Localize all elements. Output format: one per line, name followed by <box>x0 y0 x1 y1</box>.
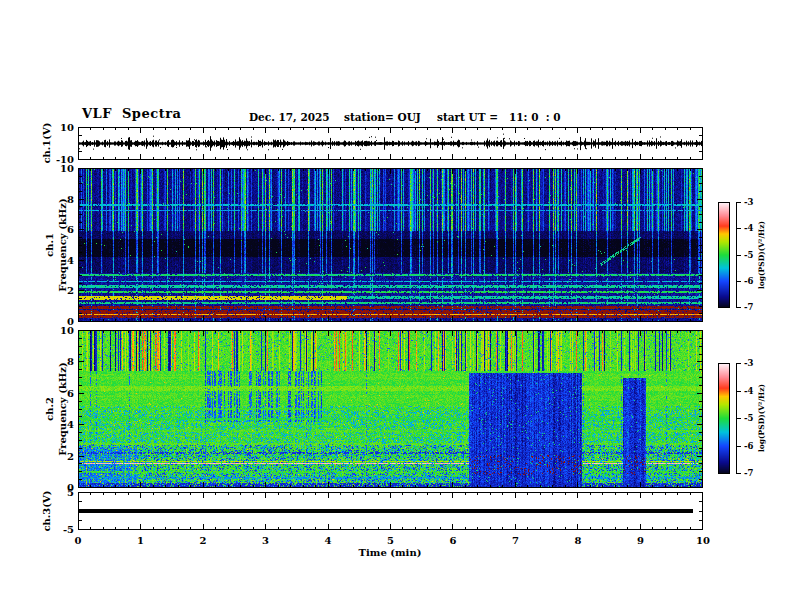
y-tick-label: 5 <box>42 487 74 498</box>
colorbar-tick-label: -5 <box>744 413 753 423</box>
x-tick-label: 7 <box>512 535 519 546</box>
y-tick-label: 10 <box>42 122 74 133</box>
colorbar-tick-label: -3 <box>744 358 753 368</box>
ch1-spectrogram-panel <box>78 168 703 322</box>
colorbar2-unit-label: log(PSD)(V²/Hz) <box>757 384 766 452</box>
y-tick-label: 6 <box>42 387 74 398</box>
colorbar-ch1 <box>718 202 742 308</box>
time-axis-label: Time (min) <box>359 547 422 558</box>
x-tick-label: 4 <box>325 535 332 546</box>
colorbar-tick-label: -4 <box>744 386 753 396</box>
y-tick-label: -5 <box>42 524 74 535</box>
ch1-waveform-panel <box>78 127 703 160</box>
colorbar-tick-label: -6 <box>744 441 753 451</box>
ch2-frequency-axis-label: Frequency (kHz) <box>57 362 68 455</box>
ch2-channel-label: ch.2 <box>44 397 55 421</box>
y-tick-label: 2 <box>42 450 74 461</box>
colorbar-tick-label: -7 <box>744 468 753 478</box>
x-tick-label: 10 <box>696 535 710 546</box>
header-start-ut: start UT = 11: 0 : 0 <box>437 111 561 123</box>
colorbar-tick-label: -3 <box>744 197 753 207</box>
ch2-spectrogram-panel <box>78 330 703 488</box>
ch1-frequency-axis-label: Frequency (kHz) <box>57 198 68 291</box>
colorbar-tick-label: -7 <box>744 302 753 312</box>
colorbar-tick-label: -5 <box>744 250 753 260</box>
x-tick-label: 6 <box>450 535 457 546</box>
x-tick-label: 1 <box>137 535 144 546</box>
y-tick-label: 8 <box>42 356 74 367</box>
colorbar-ch2 <box>718 363 742 474</box>
y-tick-label: 6 <box>42 224 74 235</box>
y-tick-label: 4 <box>42 419 74 430</box>
y-tick-label: 4 <box>42 254 74 265</box>
colorbar1-unit-label: log(PSD)(V²/Hz) <box>757 221 766 289</box>
y-tick-label: 8 <box>42 193 74 204</box>
colorbar-tick-label: -4 <box>744 223 753 233</box>
x-tick-label: 5 <box>387 535 394 546</box>
vlf-spectra-figure: VLF Spectra Dec. 17, 2025 station= OUJ s… <box>0 0 792 612</box>
ch3-waveform-panel <box>78 492 703 530</box>
header-station: station= OUJ <box>344 111 421 123</box>
colorbar-tick-label: -6 <box>744 276 753 286</box>
figure-title: VLF Spectra <box>82 106 181 121</box>
x-tick-label: 3 <box>262 535 269 546</box>
x-tick-label: 9 <box>637 535 644 546</box>
y-tick-label: 10 <box>42 163 74 174</box>
header-date: Dec. 17, 2025 <box>249 111 330 123</box>
y-tick-label: 2 <box>42 285 74 296</box>
x-tick-label: 0 <box>75 535 82 546</box>
x-tick-label: 2 <box>200 535 207 546</box>
x-tick-label: 8 <box>575 535 582 546</box>
y-tick-label: 10 <box>42 325 74 336</box>
